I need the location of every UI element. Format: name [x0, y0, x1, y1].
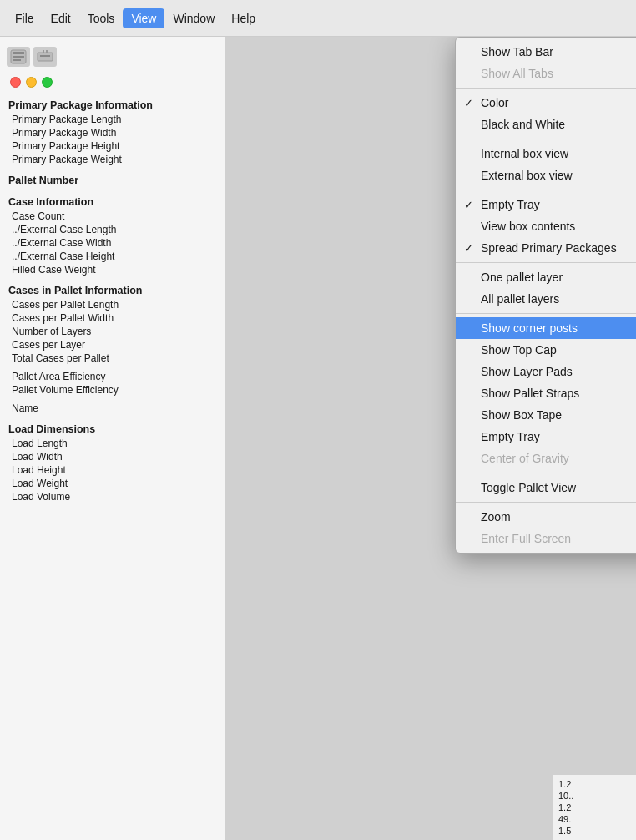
- menu-help[interactable]: Help: [223, 8, 264, 28]
- menu-show-tab-bar[interactable]: Show Tab Bar: [456, 41, 636, 63]
- enter-full-screen-label: Enter Full Screen: [481, 532, 571, 545]
- menu-view[interactable]: View: [123, 8, 164, 28]
- menu-center-of-gravity[interactable]: Center of Gravity: [456, 448, 636, 469]
- svg-rect-2: [13, 56, 24, 58]
- menu-edit[interactable]: Edit: [43, 8, 79, 28]
- show-tab-bar-label: Show Tab Bar: [481, 45, 553, 58]
- toolbar-icon-1[interactable]: [7, 47, 30, 67]
- item-load-height: Load Height: [0, 463, 225, 477]
- show-layer-pads-label: Show Layer Pads: [481, 365, 573, 378]
- section-primary-package: Primary Package Information: [0, 94, 225, 113]
- menu-zoom[interactable]: Zoom ⇧⌘Z: [456, 506, 636, 528]
- color-check: ✓: [464, 97, 473, 109]
- empty-tray-label: Empty Tray: [481, 198, 540, 211]
- item-ext-case-width: ../External Case Width: [0, 236, 225, 250]
- svg-rect-3: [13, 59, 21, 61]
- external-box-view-label: External box view: [481, 169, 573, 182]
- menu-toggle-pallet-view[interactable]: Toggle Pallet View ⌘T: [456, 477, 636, 498]
- menu-show-corner-posts[interactable]: Show corner posts: [456, 317, 636, 339]
- sep-1: [456, 88, 636, 89]
- close-button[interactable]: [10, 77, 21, 88]
- minimize-button[interactable]: [26, 77, 37, 88]
- section-cases-in-pallet: Cases in Pallet Information: [0, 280, 225, 298]
- item-load-volume: Load Volume: [0, 490, 225, 503]
- svg-rect-6: [43, 50, 44, 53]
- section-pallet-number: Pallet Number: [0, 170, 225, 188]
- bottom-info: 1.2 10.. 1.2 49. 1.5: [553, 775, 636, 840]
- menu-black-white[interactable]: Black and White: [456, 114, 636, 135]
- menu-show-top-cap[interactable]: Show Top Cap: [456, 339, 636, 361]
- menu-bar: File Edit Tools View Window Help: [0, 0, 636, 37]
- section-load-dims: Load Dimensions: [0, 418, 225, 437]
- one-pallet-layer-label: One pallet layer: [481, 271, 563, 284]
- sep-4: [456, 262, 636, 263]
- item-pallet-area-eff: Pallet Area Efficiency: [0, 370, 225, 383]
- menu-view-box-contents[interactable]: View box contents: [456, 215, 636, 237]
- item-pkg-width: Primary Package Width: [0, 126, 225, 139]
- app-content: Primary Package Information Primary Pack…: [0, 37, 636, 840]
- spread-primary-check: ✓: [464, 242, 473, 255]
- info-val-4: 49.: [558, 813, 631, 825]
- sidebar: Primary Package Information Primary Pack…: [0, 37, 225, 840]
- traffic-lights: [0, 73, 225, 91]
- sidebar-toolbar: [0, 43, 225, 70]
- zoom-label: Zoom: [481, 510, 511, 524]
- show-top-cap-label: Show Top Cap: [481, 343, 557, 357]
- item-pkg-height: Primary Package Height: [0, 139, 225, 153]
- item-case-count: Case Count: [0, 210, 225, 223]
- item-filled-case-weight: Filled Case Weight: [0, 263, 225, 276]
- menu-file[interactable]: File: [7, 8, 43, 28]
- center-of-gravity-label: Center of Gravity: [481, 452, 569, 465]
- info-val-5: 1.5: [558, 825, 631, 837]
- menu-tools[interactable]: Tools: [79, 8, 124, 28]
- item-load-weight: Load Weight: [0, 477, 225, 490]
- zoom-button[interactable]: [42, 77, 53, 88]
- menu-show-pallet-straps[interactable]: Show Pallet Straps: [456, 382, 636, 404]
- internal-box-view-label: Internal box view: [481, 147, 568, 160]
- sep-6: [456, 473, 636, 473]
- menu-show-all-tabs[interactable]: Show All Tabs ⇧⌘\: [456, 63, 636, 84]
- info-val-1: 1.2: [558, 778, 631, 790]
- menu-external-box-view[interactable]: External box view: [456, 164, 636, 186]
- menu-window[interactable]: Window: [164, 8, 223, 28]
- menu-internal-box-view[interactable]: Internal box view: [456, 143, 636, 164]
- item-cases-per-layer: Cases per Layer: [0, 338, 225, 352]
- item-ext-case-length: ../External Case Length: [0, 223, 225, 236]
- black-white-label: Black and White: [481, 118, 565, 131]
- menu-empty-tray[interactable]: ✓ Empty Tray: [456, 194, 636, 215]
- all-pallet-layers-label: All pallet layers: [481, 292, 559, 306]
- show-all-tabs-label: Show All Tabs: [481, 67, 553, 80]
- show-corner-posts-label: Show corner posts: [481, 321, 578, 335]
- section-case-info: Case Information: [0, 191, 225, 210]
- item-ext-case-height: ../External Case Height: [0, 250, 225, 263]
- menu-color[interactable]: ✓ Color: [456, 92, 636, 114]
- info-val-3: 1.2: [558, 802, 631, 813]
- dropdown-menu: Show Tab Bar Show All Tabs ⇧⌘\ ✓ Color B…: [455, 37, 636, 554]
- menu-spread-primary[interactable]: ✓ Spread Primary Packages: [456, 237, 636, 259]
- item-cases-pallet-width: Cases per Pallet Width: [0, 311, 225, 325]
- sep-7: [456, 502, 636, 503]
- toggle-pallet-view-label: Toggle Pallet View: [481, 481, 576, 494]
- menu-empty-tray-2[interactable]: Empty Tray: [456, 426, 636, 448]
- view-box-contents-label: View box contents: [481, 220, 575, 233]
- empty-tray-2-label: Empty Tray: [481, 430, 540, 443]
- item-total-cases: Total Cases per Pallet: [0, 352, 225, 365]
- menu-enter-full-screen[interactable]: Enter Full Screen: [456, 528, 636, 549]
- info-val-2: 10..: [558, 790, 631, 802]
- sep-3: [456, 190, 636, 190]
- svg-rect-7: [46, 50, 48, 53]
- color-label: Color: [481, 96, 508, 109]
- svg-rect-5: [40, 55, 50, 57]
- item-load-length: Load Length: [0, 437, 225, 450]
- main-area: nd e So llet: [225, 37, 636, 840]
- menu-one-pallet-layer[interactable]: One pallet layer ⌘F: [456, 266, 636, 288]
- item-cases-pallet-length: Cases per Pallet Length: [0, 298, 225, 311]
- sep-5: [456, 313, 636, 314]
- menu-show-box-tape[interactable]: Show Box Tape: [456, 404, 636, 426]
- svg-rect-1: [13, 52, 24, 54]
- menu-show-layer-pads[interactable]: Show Layer Pads: [456, 361, 636, 382]
- show-box-tape-label: Show Box Tape: [481, 408, 562, 422]
- menu-all-pallet-layers[interactable]: All pallet layers ⌘A: [456, 288, 636, 310]
- toolbar-icon-2[interactable]: [33, 47, 57, 67]
- spread-primary-label: Spread Primary Packages: [481, 241, 617, 255]
